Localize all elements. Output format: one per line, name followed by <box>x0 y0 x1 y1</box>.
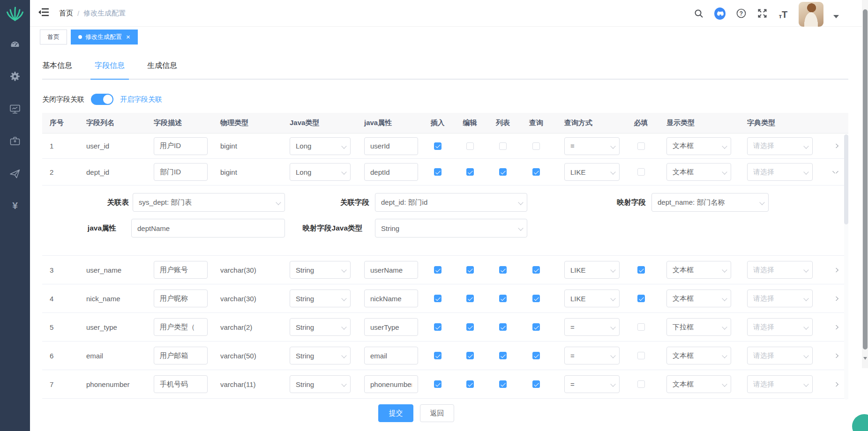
fullscreen-button[interactable] <box>756 8 768 19</box>
expand-chevron-icon[interactable] <box>832 382 838 386</box>
caret-down-icon[interactable] <box>833 15 839 18</box>
display-type-select[interactable]: 文本框 <box>666 261 731 279</box>
dict-type-select[interactable]: 请选择 <box>747 318 813 336</box>
required-checkbox[interactable] <box>637 352 645 359</box>
java-type-select[interactable]: String <box>290 290 351 307</box>
required-checkbox[interactable] <box>637 380 645 388</box>
tag-active[interactable]: 修改生成配置 × <box>71 30 138 45</box>
java-property-input[interactable] <box>364 137 418 155</box>
sidebar-item-dashboard[interactable] <box>0 34 30 55</box>
insert-checkbox[interactable] <box>434 168 441 176</box>
dict-type-select[interactable]: 请选择 <box>747 375 813 393</box>
mapped-field-select[interactable]: dept_name: 部门名称 <box>651 193 769 212</box>
table-scrollbar[interactable] <box>844 134 848 400</box>
dict-type-select[interactable]: 请选择 <box>747 137 813 155</box>
tag-home[interactable]: 首页 <box>40 30 67 45</box>
display-type-select[interactable]: 文本框 <box>666 290 731 307</box>
dict-type-select[interactable]: 请选择 <box>747 163 813 181</box>
sidebar-item-monitor[interactable] <box>0 98 30 120</box>
list-checkbox[interactable] <box>499 295 507 302</box>
field-relation-switch[interactable] <box>91 94 113 105</box>
display-type-select[interactable]: 文本框 <box>666 137 731 155</box>
sidebar-toggle-button[interactable] <box>35 4 52 22</box>
page-scrollbar-thumb[interactable] <box>863 9 868 349</box>
mapped-java-type-select[interactable]: String <box>375 219 527 238</box>
sidebar-item-settings[interactable] <box>0 66 30 87</box>
insert-checkbox[interactable] <box>434 380 441 388</box>
expand-chevron-icon[interactable] <box>832 144 838 148</box>
java-type-select[interactable]: String <box>290 375 351 393</box>
list-checkbox[interactable] <box>499 168 507 176</box>
query-mode-select[interactable]: = <box>564 318 620 336</box>
table-scrollbar-thumb[interactable] <box>844 134 848 224</box>
tab-field-info[interactable]: 字段信息 <box>95 61 125 79</box>
edit-checkbox[interactable] <box>466 352 474 359</box>
related-table-select[interactable]: sys_dept: 部门表 <box>133 193 285 212</box>
list-checkbox[interactable] <box>499 323 507 331</box>
required-checkbox[interactable] <box>637 266 645 274</box>
java-type-select[interactable]: String <box>290 318 351 336</box>
relation-java-property-input[interactable] <box>131 219 285 238</box>
display-type-select[interactable]: 文本框 <box>666 375 731 393</box>
query-mode-select[interactable]: LIKE <box>564 261 620 279</box>
list-checkbox[interactable] <box>499 142 507 150</box>
edit-checkbox[interactable] <box>466 380 474 388</box>
insert-checkbox[interactable] <box>434 266 441 274</box>
collapse-chevron-icon[interactable] <box>832 171 838 173</box>
sidebar-item-finance[interactable]: ¥ <box>0 195 30 216</box>
list-checkbox[interactable] <box>499 380 507 388</box>
dict-type-select[interactable]: 请选择 <box>747 347 813 364</box>
font-size-button[interactable]: тT <box>778 8 789 19</box>
expand-chevron-icon[interactable] <box>832 354 838 358</box>
expand-chevron-icon[interactable] <box>832 297 838 301</box>
list-checkbox[interactable] <box>499 266 507 274</box>
insert-checkbox[interactable] <box>434 323 441 331</box>
query-mode-select[interactable]: LIKE <box>564 163 620 181</box>
insert-checkbox[interactable] <box>434 142 441 150</box>
breadcrumb-home[interactable]: 首页 <box>59 9 73 18</box>
submit-button[interactable]: 提交 <box>378 404 413 422</box>
display-type-select[interactable]: 文本框 <box>666 347 731 364</box>
query-checkbox[interactable] <box>532 323 540 331</box>
java-property-input[interactable] <box>364 163 418 181</box>
edit-checkbox[interactable] <box>466 323 474 331</box>
query-checkbox[interactable] <box>532 142 540 150</box>
back-button[interactable]: 返回 <box>420 404 454 422</box>
tab-gen-info[interactable]: 生成信息 <box>147 61 177 79</box>
insert-checkbox[interactable] <box>434 295 441 302</box>
dict-type-select[interactable]: 请选择 <box>747 261 813 279</box>
display-type-select[interactable]: 下拉框 <box>666 318 731 336</box>
description-input[interactable] <box>154 261 208 279</box>
edit-checkbox[interactable] <box>466 142 474 150</box>
java-type-select[interactable]: Long <box>290 137 351 155</box>
page-scrollbar[interactable] <box>862 0 868 368</box>
query-checkbox[interactable] <box>532 380 540 388</box>
expand-chevron-icon[interactable] <box>832 268 838 272</box>
query-checkbox[interactable] <box>532 352 540 359</box>
required-checkbox[interactable] <box>637 295 645 302</box>
related-field-select[interactable]: dept_id: 部门id <box>375 193 527 212</box>
query-mode-select[interactable]: LIKE <box>564 290 620 307</box>
list-checkbox[interactable] <box>499 352 507 359</box>
sidebar-item-job[interactable] <box>0 130 30 152</box>
github-button[interactable] <box>714 8 726 19</box>
required-checkbox[interactable] <box>637 142 645 150</box>
sidebar-item-deploy[interactable] <box>0 163 30 185</box>
java-property-input[interactable] <box>364 290 418 307</box>
java-type-select[interactable]: String <box>290 347 351 364</box>
edit-checkbox[interactable] <box>466 168 474 176</box>
edit-checkbox[interactable] <box>466 266 474 274</box>
query-mode-select[interactable]: = <box>564 347 620 364</box>
java-property-input[interactable] <box>364 261 418 279</box>
query-checkbox[interactable] <box>532 266 540 274</box>
query-mode-select[interactable]: = <box>564 375 620 393</box>
java-type-select[interactable]: Long <box>290 163 351 181</box>
query-mode-select[interactable]: = <box>564 137 620 155</box>
user-avatar[interactable] <box>799 2 823 27</box>
query-checkbox[interactable] <box>532 295 540 302</box>
expand-chevron-icon[interactable] <box>832 325 838 329</box>
java-property-input[interactable] <box>364 347 418 364</box>
java-property-input[interactable] <box>364 318 418 336</box>
scroll-down-arrow-icon[interactable] <box>863 357 867 360</box>
description-input[interactable] <box>154 318 208 336</box>
